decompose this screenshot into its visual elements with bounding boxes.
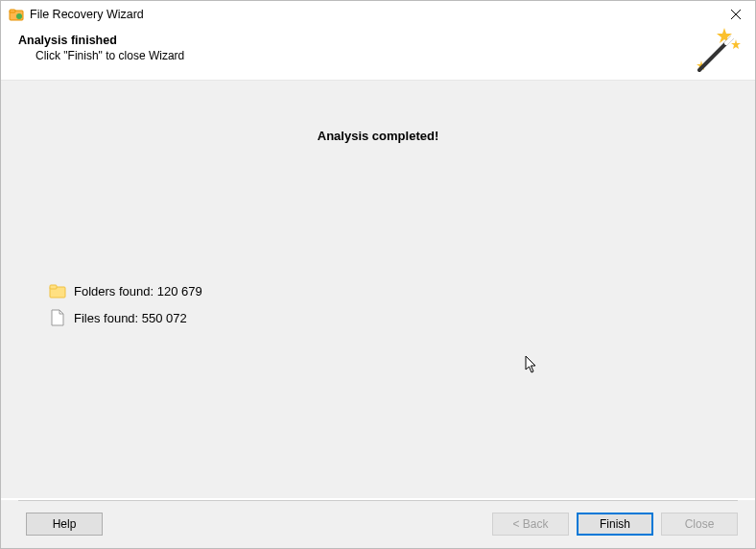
close-button: Close bbox=[661, 513, 738, 536]
wizard-wand-icon bbox=[690, 26, 744, 80]
close-icon bbox=[730, 9, 742, 20]
window-title: File Recovery Wizard bbox=[30, 8, 144, 21]
mouse-cursor-icon bbox=[525, 355, 538, 374]
analysis-completed-message: Analysis completed! bbox=[1, 129, 755, 143]
app-icon bbox=[9, 7, 24, 22]
files-found-label: Files found: 550 072 bbox=[74, 311, 187, 325]
help-button[interactable]: Help bbox=[26, 513, 103, 536]
header-heading: Analysis finished bbox=[18, 34, 738, 47]
svg-point-2 bbox=[16, 13, 22, 19]
folders-found-row: Folders found: 120 679 bbox=[49, 282, 202, 299]
folder-icon bbox=[49, 282, 66, 299]
folders-found-label: Folders found: 120 679 bbox=[74, 284, 202, 298]
svg-marker-6 bbox=[731, 39, 741, 49]
svg-rect-11 bbox=[50, 285, 57, 289]
results-list: Folders found: 120 679 Files found: 550 … bbox=[49, 282, 202, 336]
header-subtitle: Click "Finish" to close Wizard bbox=[18, 49, 738, 62]
footer-divider bbox=[18, 500, 738, 501]
window-close-button[interactable] bbox=[722, 5, 749, 24]
back-button: < Back bbox=[492, 513, 569, 536]
svg-rect-1 bbox=[10, 10, 15, 12]
files-found-row: Files found: 550 072 bbox=[49, 309, 202, 326]
titlebar: File Recovery Wizard bbox=[1, 1, 755, 28]
file-icon bbox=[49, 309, 66, 326]
finish-button[interactable]: Finish bbox=[577, 513, 653, 536]
wizard-header: Analysis finished Click "Finish" to clos… bbox=[1, 28, 755, 80]
wizard-content: Analysis completed! Folders found: 120 6… bbox=[1, 80, 755, 498]
wizard-footer: Help < Back Finish Close bbox=[1, 500, 755, 548]
